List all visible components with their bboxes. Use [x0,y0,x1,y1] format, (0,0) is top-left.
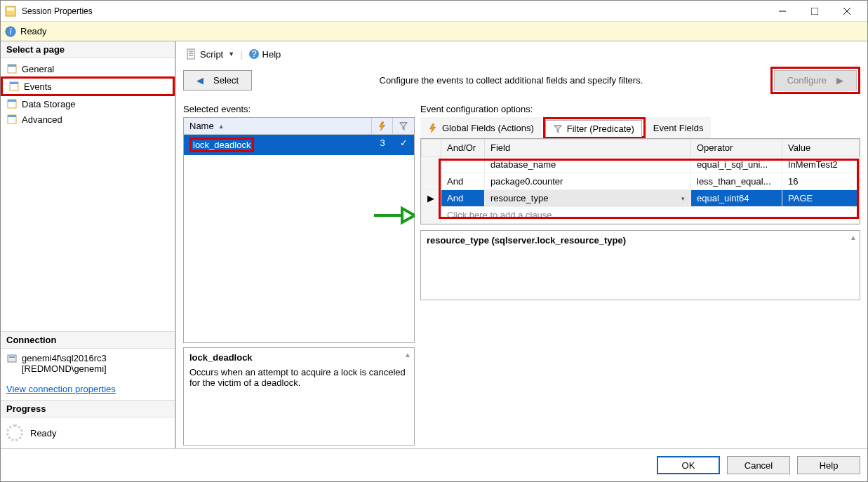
svg-marker-25 [400,122,408,130]
sidebar-item-advanced[interactable]: Advanced [1,112,175,127]
view-connection-properties-link[interactable]: View connection properties [1,378,175,400]
cell-operator[interactable]: equal_uint64 [691,190,782,207]
columns: Selected events: Name▲ lock_deadlock [183,104,860,446]
cell-andor[interactable]: And [441,173,485,190]
configure-label: Configure [787,75,827,86]
page-icon [6,114,18,125]
event-config-label: Event configuration options: [420,104,860,114]
cancel-button[interactable]: Cancel [727,456,790,474]
cell-value[interactable]: InMemTest2 [782,156,860,173]
dialog-body: Select a page General Events Data Storag… [1,41,867,448]
col-operator[interactable]: Operator [691,140,782,156]
svg-text:?: ? [251,48,256,59]
row-selector[interactable]: ▶ [422,190,441,207]
predicate-preview: ▲ resource_type (sqlserver.lock_resource… [420,230,860,300]
selected-events-column: Selected events: Name▲ lock_deadlock [183,104,415,446]
sidebar: Select a page General Events Data Storag… [1,41,176,448]
cell-value[interactable]: 16 [782,173,860,190]
page-icon [6,63,18,74]
funnel-icon [399,121,408,131]
event-name: lock_deadlock [193,140,251,150]
tab-filter-predicate[interactable]: Filter (Predicate) [545,120,642,137]
tab-label: Filter (Predicate) [567,123,634,134]
filter-row-0[interactable]: database_name equal_i_sql_uni... InMemTe… [422,156,860,173]
col-lightning[interactable] [372,118,393,134]
dialog-footer: OK Cancel Help [1,448,867,481]
desc-body: Occurs when an attempt to acquire a lock… [189,367,408,388]
cell-operator[interactable]: less_than_equal... [691,173,782,190]
col-andor[interactable]: And/Or [441,140,485,156]
help-button[interactable]: ? Help [246,47,284,61]
page-list: General Events Data Storage Advanced [1,58,175,130]
tab-event-fields[interactable]: Event Fields [646,117,712,138]
progress-header: Progress [1,400,175,417]
selected-events-label: Selected events: [183,104,415,114]
connection-server: genemi4f\sql2016rc3 [22,353,107,363]
event-checked-icon: ✓ [393,135,414,155]
close-button[interactable] [831,1,863,22]
main-panel: Script ▼ | ? Help ◀ Select Configure the… [176,41,867,448]
cell-field[interactable]: package0.counter [485,173,691,190]
lightning-icon [378,121,387,131]
event-config-column: Event configuration options: Global Fiel… [420,104,860,446]
event-description-box: ▲ lock_deadlock Occurs when an attempt t… [183,347,415,446]
window-title: Session Properties [22,6,766,16]
ok-button[interactable]: OK [657,456,720,474]
tab-label: Global Fields (Actions) [442,123,534,133]
script-button[interactable]: Script ▼ [183,47,237,61]
sidebar-item-events[interactable]: Events [3,79,173,94]
svg-marker-24 [379,121,385,130]
col-filter[interactable] [393,118,414,134]
row-selector[interactable] [422,173,441,190]
info-icon: i [5,26,16,37]
col-name[interactable]: Name▲ [184,118,372,134]
cell-field-dropdown[interactable]: resource_type ▾ [485,190,691,207]
funnel-icon [553,124,563,134]
cell-value[interactable]: PAGE [782,190,860,207]
select-page-header: Select a page [1,41,175,58]
select-label: Select [213,75,239,86]
annotation-arrow [373,205,415,228]
help-label: Help [262,49,281,60]
filter-grid-wrap: And/Or Field Operator Value [420,139,860,225]
selected-events-header: Name▲ [184,118,414,135]
sidebar-item-data-storage[interactable]: Data Storage [1,96,175,112]
maximize-button[interactable] [799,1,831,22]
server-icon [6,353,18,364]
config-tabs: Global Fields (Actions) Filter (Predicat… [420,117,860,139]
tab-global-fields[interactable]: Global Fields (Actions) [420,117,542,138]
filter-row-2[interactable]: ▶ And resource_type ▾ eq [422,190,860,207]
row-selector[interactable] [422,156,441,173]
svg-rect-15 [8,115,16,117]
instruction-text: Configure the events to collect addition… [258,75,764,86]
cell-field-value: resource_type [490,193,548,203]
svg-marker-26 [430,123,436,132]
cell-andor[interactable]: And [441,190,485,207]
status-strip: i Ready [1,22,867,41]
dropdown-arrow-icon: ▼ [228,51,234,58]
sidebar-item-general[interactable]: General [1,61,175,76]
svg-marker-29 [402,208,415,222]
window-controls [766,1,863,22]
help-button[interactable]: Help [797,456,860,474]
cell-field[interactable]: database_name [485,156,691,173]
col-field[interactable]: Field [485,140,691,156]
svg-rect-18 [187,49,194,59]
add-clause-row[interactable]: Click here to add a clause [422,207,860,224]
status-text: Ready [20,26,47,36]
add-clause-text[interactable]: Click here to add a clause [441,207,860,224]
svg-marker-27 [554,125,562,133]
minimize-button[interactable] [766,1,799,22]
event-count: 3 [372,135,393,155]
filter-row-1[interactable]: And package0.counter less_than_equal... … [422,173,860,190]
svg-rect-16 [8,355,16,362]
event-row-lock-deadlock[interactable]: lock_deadlock 3 ✓ [184,135,414,155]
select-nav-button[interactable]: ◀ Select [183,70,252,91]
cell-andor[interactable] [441,156,485,173]
sidebar-item-label: Events [24,81,52,92]
cell-operator[interactable]: equal_i_sql_uni... [691,156,782,173]
svg-rect-17 [9,356,15,358]
nav-row: ◀ Select Configure the events to collect… [183,67,860,94]
col-value[interactable]: Value [782,140,860,156]
filter-header-row: And/Or Field Operator Value [422,140,860,156]
